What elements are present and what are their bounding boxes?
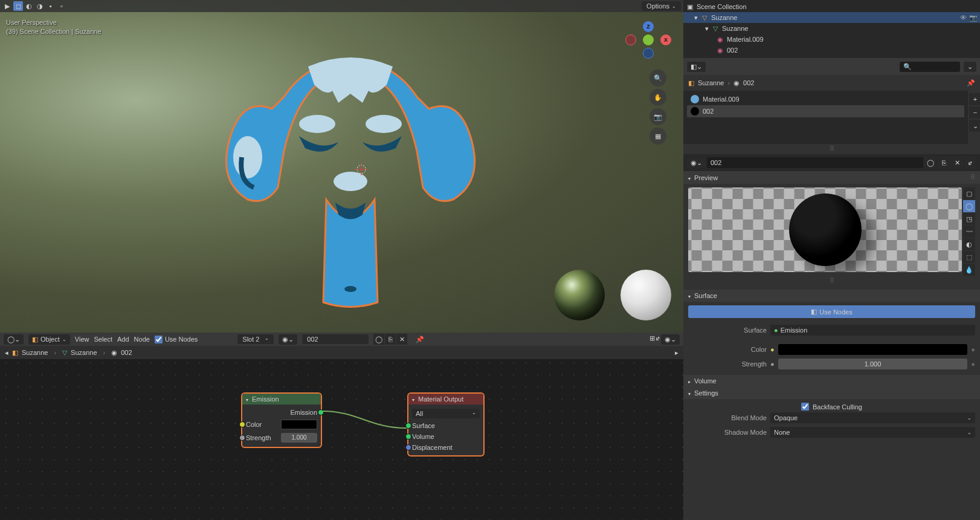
material-browse-button[interactable]: ◉⌄ — [687, 158, 706, 168]
menu-add[interactable]: Add — [117, 336, 129, 343]
editor-type-dropdown[interactable]: ◯⌄ — [4, 334, 24, 345]
unlink-material-icon[interactable]: ✕ — [951, 157, 963, 169]
select-box-icon[interactable]: ◻ — [13, 1, 23, 11]
axis-x[interactable]: X — [660, 34, 671, 45]
preview-cloth-icon[interactable]: ⬚ — [963, 251, 975, 263]
camera-icon[interactable]: 📷 — [969, 14, 978, 22]
socket-color-in[interactable] — [239, 421, 245, 427]
new-material-icon[interactable]: ⎘ — [938, 157, 950, 169]
preview-fluid-icon[interactable]: 💧 — [963, 264, 975, 276]
props-type-dropdown[interactable]: ◧⌄ — [687, 62, 706, 72]
outliner[interactable]: ▣Scene Collection ▾▽Suzanne👁📷 ▾▽Suzanne … — [683, 0, 980, 58]
strength-prop-field[interactable]: 1.000 — [778, 359, 968, 369]
material-name-field[interactable]: 002 — [302, 334, 369, 344]
preview-resize-handle[interactable]: ⠿ — [688, 276, 975, 286]
tree-suzanne-mesh[interactable]: ▾▽Suzanne — [683, 23, 980, 34]
node-wire — [321, 410, 408, 434]
color-swatch[interactable] — [281, 420, 317, 429]
material-name-input[interactable]: 002 — [707, 157, 923, 168]
output-target-dropdown[interactable]: All⌄ — [412, 409, 480, 418]
props-options-dropdown[interactable]: ⌄ — [964, 62, 976, 72]
preview-cube-icon[interactable]: ◳ — [963, 213, 975, 225]
menu-view[interactable]: View — [75, 336, 89, 343]
socket-strength-in[interactable] — [239, 435, 245, 441]
tree-material-009[interactable]: ◉Material.009 — [683, 34, 980, 45]
mode-dropdown[interactable]: ◧Object⌄ — [28, 334, 70, 345]
fake-user-icon[interactable]: ◯ — [924, 157, 936, 169]
preview-sphere-icon[interactable]: ◯ — [963, 200, 975, 212]
zoom-icon[interactable]: 🔍 — [650, 70, 666, 86]
material-slot-list[interactable]: Material.009 002 — [683, 91, 968, 144]
nav-forward-icon[interactable]: ▸ — [675, 349, 679, 357]
viewport-3d[interactable]: ▶ ◻ ◐ ◑ ▪ ▫ Options⌄ User Perspective (3… — [0, 0, 683, 333]
material-slot-0[interactable]: Material.009 — [687, 93, 964, 105]
axis-z[interactable]: Z — [643, 21, 654, 32]
properties-search[interactable]: 🔍 — [900, 62, 960, 72]
node-editor[interactable]: ◯⌄ ◧Object⌄ View Select Add Node Use Nod… — [0, 333, 683, 520]
pan-icon[interactable]: ✋ — [650, 89, 666, 106]
panel-settings-header[interactable]: Settings — [683, 387, 980, 399]
axis-neg-z[interactable] — [643, 48, 654, 59]
pin-icon[interactable]: 📌 — [967, 79, 975, 87]
select-circle-icon[interactable]: ◐ — [24, 1, 34, 11]
select-lasso-icon[interactable]: ◑ — [35, 1, 45, 11]
properties-breadcrumb: ◧Suzanne › ◉002 📌 — [683, 75, 980, 91]
color-link-icon[interactable]: ● — [971, 346, 975, 353]
tree-suzanne[interactable]: ▾▽Suzanne👁📷 — [683, 12, 980, 23]
preview-hair-icon[interactable]: 〰 — [963, 226, 975, 238]
slot-selector[interactable]: Slot 2⌄ — [237, 334, 274, 344]
select-more-icon[interactable]: ▫ — [57, 1, 66, 11]
panel-preview-header[interactable]: Preview⠿ — [683, 171, 980, 184]
shading-dropdown[interactable]: ◉⌄ — [661, 334, 680, 345]
use-nodes-button[interactable]: ◧ Use Nodes — [688, 305, 975, 318]
node-emission[interactable]: Emission Emission Color Strength1.000 — [242, 393, 321, 447]
suzanne-mesh[interactable] — [211, 36, 489, 308]
blend-mode-dropdown[interactable]: Opaque⌄ — [770, 412, 975, 423]
navigation-gizmo[interactable]: Z X — [624, 21, 672, 57]
surface-shader-dropdown[interactable]: ●Emission — [770, 325, 975, 336]
menu-node[interactable]: Node — [134, 336, 150, 343]
preview-flat-icon[interactable]: ▢ — [963, 187, 975, 200]
remove-slot-icon[interactable]: − — [969, 106, 980, 119]
axis-neg-x[interactable] — [625, 34, 636, 45]
node-material-output[interactable]: Material Output All⌄ Surface Volume Disp… — [408, 393, 484, 456]
color-prop-swatch[interactable] — [778, 344, 968, 355]
use-nodes-checkbox[interactable]: Use Nodes — [155, 336, 198, 343]
material-slot-1[interactable]: 002 — [687, 105, 964, 117]
snap-icon[interactable]: ⸙ — [656, 334, 660, 345]
menu-select[interactable]: Select — [94, 336, 112, 343]
strength-link-icon[interactable]: ● — [971, 360, 975, 368]
backface-culling-checkbox[interactable] — [801, 403, 809, 411]
panel-volume-header[interactable]: Volume — [683, 375, 980, 387]
overlay-icon[interactable]: ⊞ — [650, 334, 655, 345]
list-resize-handle[interactable]: ⠿ — [683, 144, 980, 154]
strength-field[interactable]: 1.000 — [281, 433, 317, 443]
material-browse-icon[interactable]: ◉⌄ — [279, 334, 297, 345]
nodetree-icon[interactable]: ⸙ — [964, 157, 976, 169]
node-output-header[interactable]: Material Output — [408, 394, 483, 405]
tree-material-002[interactable]: ◉002 — [683, 45, 980, 56]
cursor-tool-icon[interactable]: ▶ — [2, 1, 12, 11]
panel-surface-header[interactable]: Surface — [683, 290, 980, 302]
options-dropdown[interactable]: Options⌄ — [642, 1, 681, 11]
camera-icon[interactable]: 📷 — [650, 108, 666, 125]
add-slot-icon[interactable]: + — [969, 93, 980, 105]
socket-volume-in[interactable] — [405, 434, 411, 440]
unlink-icon[interactable]: ✕ — [396, 334, 407, 345]
node-emission-header[interactable]: Emission — [242, 394, 321, 405]
duplicate-icon[interactable]: ⎘ — [385, 334, 396, 345]
socket-emission-out[interactable] — [318, 409, 324, 415]
preview-shader-icon[interactable]: ◐ — [963, 238, 975, 250]
perspective-icon[interactable]: ▦ — [650, 128, 666, 145]
shadow-mode-dropdown[interactable]: None⌄ — [770, 427, 975, 438]
nav-back-icon[interactable]: ◂ — [5, 349, 8, 357]
socket-displacement-in[interactable] — [405, 444, 411, 450]
select-tweak-icon[interactable]: ▪ — [46, 1, 56, 11]
tree-scene-collection[interactable]: ▣Scene Collection — [683, 1, 980, 12]
eye-icon[interactable]: 👁 — [960, 14, 967, 22]
socket-surface-in[interactable] — [405, 423, 411, 429]
pin-icon[interactable]: 📌 — [412, 334, 428, 345]
axis-y[interactable] — [643, 34, 654, 45]
slot-menu-icon[interactable]: ⌄ — [969, 120, 980, 132]
fake-user-icon[interactable]: ◯ — [373, 334, 384, 345]
